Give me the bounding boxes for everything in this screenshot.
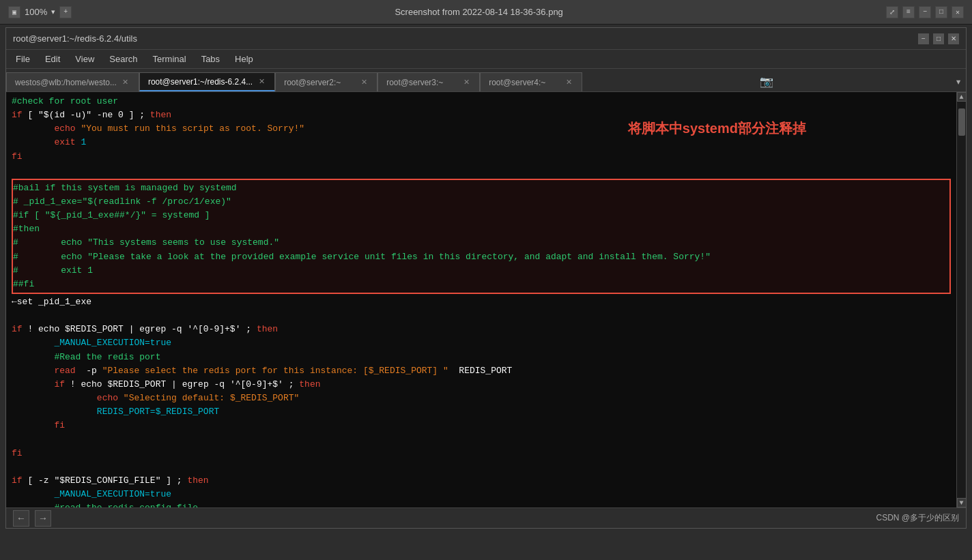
os-expand-button[interactable]: ⤢: [886, 6, 898, 18]
hl-line-2: # _pid_1_exe="$(readlink -f /proc/1/exe)…: [13, 195, 949, 209]
hl-line-4: #then: [13, 222, 949, 236]
code-line-cfg3: #read the redis config file: [12, 501, 951, 507]
scrollbar[interactable]: ▲ ▼: [956, 92, 966, 507]
tab-3-close[interactable]: ✕: [461, 78, 471, 87]
code-line-1: #check for root user: [12, 95, 951, 108]
code-line-blank2: [12, 309, 951, 323]
os-window-title: Screenshot from 2022-08-14 18-36-36.png: [78, 7, 879, 17]
menu-tabs[interactable]: Tabs: [195, 53, 227, 65]
hl-line-3: #if [ "${_pid_1_exe##*/}" = systemd ]: [13, 209, 949, 222]
terminal-titlebar: root@server1:~/redis-6.2.4/utils − □ ✕: [6, 28, 966, 50]
tab-1-label: root@server1:~/redis-6.2.4...: [148, 77, 253, 87]
menu-view[interactable]: View: [68, 53, 101, 65]
nav-right-button[interactable]: →: [35, 510, 51, 527]
code-line-3: echo "You must run this script as root. …: [12, 122, 951, 136]
hl-line-8: ##fi: [13, 278, 949, 291]
menu-file[interactable]: File: [9, 53, 37, 65]
terminal-title: root@server1:~/redis-6.2.4/utils: [13, 33, 137, 44]
terminal-maximize-button[interactable]: □: [933, 33, 944, 44]
code-line-port3: #Read the redis port: [12, 351, 951, 364]
tabs-camera-icon[interactable]: 📷: [756, 72, 777, 91]
bottom-bar: ← → CSDN @多于少的区别: [6, 507, 966, 528]
menu-help[interactable]: Help: [228, 53, 260, 65]
os-right-controls: ⤢ ≡ − □ ✕: [886, 6, 964, 18]
code-line-blank3: [12, 432, 951, 446]
code-line-port9: fi: [12, 447, 951, 460]
code-line-port2: _MANUAL_EXECUTION=true: [12, 336, 951, 350]
tab-2-close[interactable]: ✕: [359, 78, 369, 87]
code-line-4: exit 1: [12, 136, 951, 149]
tab-2[interactable]: root@server2:~ ✕: [275, 72, 377, 91]
code-line-port5: if ! echo $REDIS_PORT | egrep -q '^[0-9]…: [12, 378, 951, 392]
os-hamburger-button[interactable]: ≡: [902, 6, 915, 18]
code-line-port6: echo "Selecting default: $_REDIS_PORT": [12, 392, 951, 405]
highlighted-systemd-block: #bail if this system is managed by syste…: [12, 179, 951, 294]
tab-3[interactable]: root@server3:~ ✕: [377, 72, 480, 91]
nav-left-button[interactable]: ←: [13, 510, 29, 527]
os-close-button[interactable]: ✕: [952, 6, 964, 18]
zoom-chevron-icon[interactable]: ▾: [51, 8, 55, 16]
os-window-icon: ▣: [8, 6, 20, 18]
menu-edit[interactable]: Edit: [38, 53, 67, 65]
tab-1[interactable]: root@server1:~/redis-6.2.4... ✕: [139, 72, 275, 91]
os-maximize-button[interactable]: □: [935, 6, 947, 18]
tab-4-label: root@server4:~: [489, 78, 545, 87]
hl-line-7: # exit 1: [13, 264, 949, 278]
code-line-port7: REDIS_PORT=$_REDIS_PORT: [12, 405, 951, 419]
scroll-thumb[interactable]: [958, 108, 965, 136]
menu-bar: File Edit View Search Terminal Tabs Help: [6, 50, 966, 69]
os-minimize-button[interactable]: −: [919, 6, 931, 18]
tab-3-label: root@server3:~: [386, 78, 443, 87]
tab-0[interactable]: westos@wlb:/home/westo... ✕: [6, 72, 139, 91]
os-zoom-level: 100%: [25, 7, 47, 17]
watermark-text: CSDN @多于少的区别: [876, 512, 959, 524]
menu-search[interactable]: Search: [102, 53, 144, 65]
terminal-close-button[interactable]: ✕: [948, 33, 959, 44]
code-line-port4: read -p "Please select the redis port fo…: [12, 364, 951, 378]
tab-1-close[interactable]: ✕: [257, 77, 266, 87]
code-line-setpid: ←set _pid_1_exe: [12, 295, 951, 309]
hl-line-5: # echo "This systems seems to use system…: [13, 236, 949, 250]
terminal-content: 将脚本中systemd部分注释掉 #check for root user if…: [6, 92, 966, 507]
tab-4-close[interactable]: ✕: [564, 78, 573, 87]
scroll-up-arrow[interactable]: ▲: [957, 92, 967, 102]
code-line-blank1: [12, 164, 951, 177]
tab-4[interactable]: root@server4:~ ✕: [480, 72, 582, 91]
os-add-button[interactable]: +: [59, 6, 72, 18]
code-line-5: fi: [12, 150, 951, 164]
tab-0-label: westos@wlb:/home/westo...: [15, 78, 117, 87]
tab-2-label: root@server2:~: [284, 78, 341, 87]
scroll-down-arrow[interactable]: ▼: [957, 498, 967, 507]
terminal-window: root@server1:~/redis-6.2.4/utils − □ ✕ F…: [5, 27, 967, 529]
code-line-port1: if ! echo $REDIS_PORT | egrep -q '^[0-9]…: [12, 323, 951, 336]
hl-line-1: #bail if this system is managed by syste…: [13, 181, 949, 195]
terminal-main[interactable]: 将脚本中systemd部分注释掉 #check for root user if…: [6, 92, 956, 507]
code-line-2: if [ "$(id -u)" -ne 0 ] ; then: [12, 108, 951, 122]
terminal-window-buttons: − □ ✕: [918, 33, 959, 44]
terminal-minimize-button[interactable]: −: [918, 33, 929, 44]
tabs-bar: westos@wlb:/home/westo... ✕ root@server1…: [6, 69, 966, 92]
code-line-cfg1: if [ -z "$REDIS_CONFIG_FILE" ] ; then: [12, 474, 951, 488]
bottom-navigation: ← →: [13, 510, 51, 527]
code-line-blank4: [12, 460, 951, 474]
tab-0-close[interactable]: ✕: [121, 78, 130, 87]
tabs-overflow-arrow[interactable]: ▾: [951, 72, 966, 91]
hl-line-6: # echo "Please take a look at the provid…: [13, 250, 949, 264]
scroll-track[interactable]: [957, 102, 966, 498]
code-line-cfg2: _MANUAL_EXECUTION=true: [12, 488, 951, 501]
menu-terminal[interactable]: Terminal: [146, 53, 193, 65]
os-titlebar: ▣ 100% ▾ + Screenshot from 2022-08-14 18…: [0, 0, 972, 25]
code-line-port8: fi: [12, 419, 951, 432]
os-window-controls: ▣ 100% ▾ +: [8, 6, 72, 18]
